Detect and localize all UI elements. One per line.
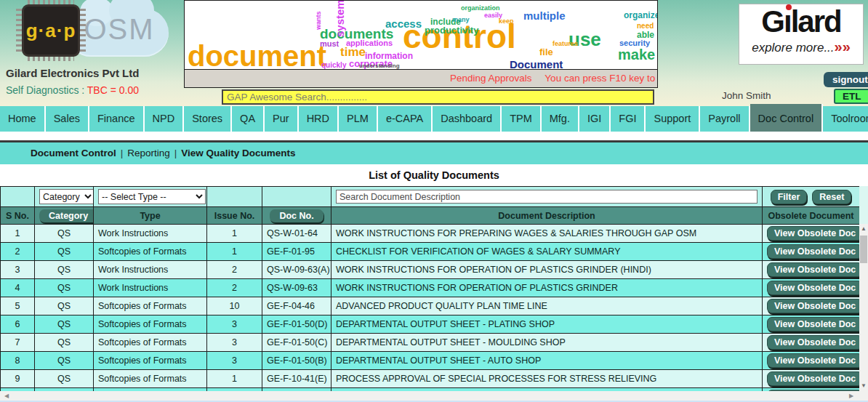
description-search-input[interactable] xyxy=(336,190,758,204)
signout-button[interactable]: signout xyxy=(824,72,868,87)
scroll-right-arrow-icon[interactable]: ▶ xyxy=(846,391,856,401)
nav-item-support[interactable]: Support xyxy=(646,106,700,132)
filter-cell-type: -- Select Type -- xyxy=(94,187,207,207)
breadcrumb-separator: | xyxy=(174,148,177,158)
col-header-issue-no: Issue No. xyxy=(207,207,262,225)
scroll-left-arrow-icon[interactable]: ◀ xyxy=(1,391,12,401)
nav-item-mfg[interactable]: Mfg. xyxy=(542,106,579,132)
scroll-down-arrow-icon[interactable]: ▼ xyxy=(859,382,868,390)
reset-button[interactable]: Reset xyxy=(812,190,851,204)
vertical-scrollbar-thumb[interactable] xyxy=(860,236,867,263)
etl-button[interactable]: ETL xyxy=(834,89,868,104)
breadcrumb-item-view-quality-documents[interactable]: View Quality Documents xyxy=(181,148,295,158)
cell-issue-no: 1 xyxy=(207,225,262,243)
cell-type: Work Instructions xyxy=(94,261,207,279)
breadcrumb-item-document-control[interactable]: Document Control xyxy=(31,148,116,158)
cell-issue-no: 10 xyxy=(207,297,262,315)
nav-item-fgi[interactable]: FGI xyxy=(611,106,646,132)
view-obsolete-doc-button[interactable]: View Obsolete Doc xyxy=(767,353,859,368)
cell-issue-no: 1 xyxy=(207,370,262,388)
nav-item-hrd[interactable]: HRD xyxy=(299,106,339,132)
cell-s-no: 8 xyxy=(1,352,35,370)
col-header-type: Type xyxy=(94,207,207,225)
nav-item-payroll[interactable]: Payroll xyxy=(700,106,750,132)
nav-item-sales[interactable]: Sales xyxy=(46,106,89,132)
cell-s-no: 9 xyxy=(1,370,35,388)
cell-description: DEPARTMENTAL OUTPUT SHEET - AUTO SHOP xyxy=(331,352,763,370)
chip-pins-bottom xyxy=(28,56,74,61)
wordcloud-word: organize xyxy=(624,11,657,20)
nav-item-finance[interactable]: Finance xyxy=(89,106,145,132)
cell-doc-no: QS-W-01-64 xyxy=(262,225,331,243)
nav-item-pur[interactable]: Pur xyxy=(265,106,299,132)
filter-cell-search xyxy=(331,187,763,207)
type-filter-select[interactable]: -- Select Type -- xyxy=(98,189,206,204)
page-title: List of Quality Documents xyxy=(0,169,868,181)
wordcloud-word: features xyxy=(552,41,578,47)
cell-doc-no: GE-F-01-50(D) xyxy=(262,315,331,334)
nav-item-qa[interactable]: QA xyxy=(232,106,265,132)
cell-issue-no: 3 xyxy=(207,352,262,370)
view-obsolete-doc-button[interactable]: View Obsolete Doc xyxy=(767,262,859,277)
nav-item-tpm[interactable]: TPM xyxy=(502,106,542,132)
marquee-text-2: You can press F10 key to R xyxy=(544,73,657,84)
cell-description: DEPARTMENTAL OUTPUT SHEET - MOULDING SHO… xyxy=(331,334,763,352)
nav-item-stores[interactable]: Stores xyxy=(184,106,232,132)
self-diagnostics-label: Self Diagnostics : xyxy=(6,84,84,96)
horizontal-scrollbar[interactable]: ◀ ▶ xyxy=(0,391,868,401)
nav-item-igi[interactable]: IGI xyxy=(579,106,611,132)
wordcloud-word: must xyxy=(320,40,339,48)
filter-cell-empty-3 xyxy=(262,187,331,207)
cell-obsolete: View Obsolete Doc xyxy=(763,279,860,297)
gilard-brand-logo: Gılard explore more...»» xyxy=(739,4,864,65)
scroll-up-arrow-icon[interactable]: ▲ xyxy=(859,225,868,233)
gap-awesome-search-input[interactable] xyxy=(222,89,654,105)
table-row: 2QSSoftcopies of Formats1GE-F-01-95CHECK… xyxy=(1,243,860,261)
cell-doc-no: QS-W-09-63 xyxy=(262,279,331,297)
cell-category: QS xyxy=(35,370,94,388)
view-obsolete-doc-button[interactable]: View Obsolete Doc xyxy=(767,371,859,386)
cell-category: QS xyxy=(35,261,94,279)
table-header-row: S No. Category Type Issue No. Doc No. Do… xyxy=(1,207,860,225)
chip-pins-right xyxy=(80,9,86,52)
nav-item-plm[interactable]: PLM xyxy=(339,106,378,132)
col-header-obsolete: Obsolete Document xyxy=(763,207,860,225)
cell-description: WORK INSTRUCTIONS FOR OPERATION OF PLAST… xyxy=(331,279,763,297)
wordcloud-word: understanding xyxy=(359,63,400,69)
view-obsolete-doc-button[interactable]: View Obsolete Doc xyxy=(767,244,859,259)
filter-button[interactable]: Filter xyxy=(771,190,808,204)
vertical-scrollbar[interactable]: ▲ ▼ xyxy=(859,224,868,391)
view-obsolete-doc-button[interactable]: View Obsolete Doc xyxy=(767,335,859,350)
breadcrumb: Document Control|Reporting|View Quality … xyxy=(0,140,868,164)
category-filter-select[interactable]: Category xyxy=(39,189,94,204)
nav-item-dashboard[interactable]: Dashboard xyxy=(433,106,502,132)
view-obsolete-doc-button[interactable]: View Obsolete Doc xyxy=(767,299,859,313)
cell-s-no: 4 xyxy=(1,279,35,297)
wordcloud-word: many xyxy=(452,17,470,23)
wordcloud-word: make xyxy=(618,47,655,62)
cell-description: WORK INSTRUCTIONS FOR OPERATION OF PLAST… xyxy=(331,261,763,279)
view-obsolete-doc-button[interactable]: View Obsolete Doc xyxy=(767,317,859,331)
view-obsolete-doc-button[interactable]: View Obsolete Doc xyxy=(767,226,859,241)
cell-type: Softcopies of Formats xyxy=(94,243,207,261)
col-header-doc-no: Doc No. xyxy=(262,207,331,225)
nav-item-doc-control[interactable]: Doc Control xyxy=(750,104,824,132)
view-obsolete-doc-button[interactable]: View Obsolete Doc xyxy=(767,281,859,295)
marquee-text-1: Pending Approvals xyxy=(450,73,532,84)
nav-item-home[interactable]: Home xyxy=(0,106,46,132)
doc-no-sort-button[interactable]: Doc No. xyxy=(270,209,323,222)
breadcrumb-item-reporting[interactable]: Reporting xyxy=(127,148,170,158)
gilard-red-dot-icon xyxy=(786,4,792,10)
nav-item-toolroom[interactable]: Toolroom xyxy=(823,106,868,132)
category-sort-button[interactable]: Category xyxy=(39,209,94,222)
nav-item-e-capa[interactable]: e-CAPA xyxy=(378,106,433,132)
cell-obsolete: View Obsolete Doc xyxy=(763,370,860,388)
cell-category: QS xyxy=(35,279,94,297)
cell-description: ADVANCED PRODUCT QUALITY PLAN TIME LINE xyxy=(331,297,763,315)
table-row: 3QSWork Instructions2QS-W-09-63(A)WORK I… xyxy=(1,261,860,279)
nav-item-npd[interactable]: NPD xyxy=(145,106,185,132)
table-row: 1QSWork Instructions1QS-W-01-64WORK INST… xyxy=(1,225,860,243)
self-diagnostics: Self Diagnostics : TBC = 0.00 xyxy=(6,84,139,96)
cell-issue-no: 3 xyxy=(207,334,262,352)
filter-row: Category -- Select Type -- Filter Res xyxy=(1,187,860,207)
